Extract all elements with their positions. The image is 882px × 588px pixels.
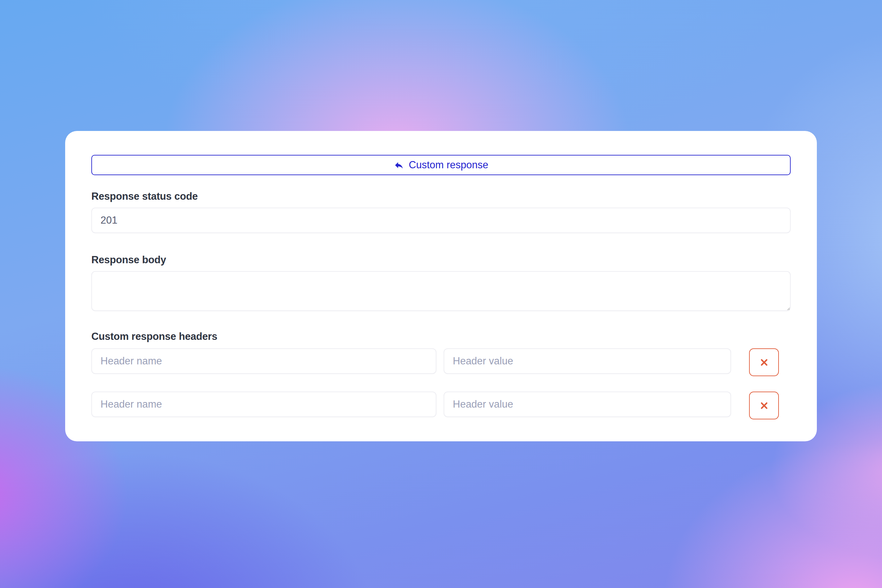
response-body-label: Response body <box>92 254 790 266</box>
x-icon <box>759 400 770 411</box>
custom-headers-label: Custom response headers <box>92 331 790 342</box>
status-code-label: Response status code <box>92 190 790 202</box>
x-icon <box>759 357 770 368</box>
header-name-input[interactable] <box>92 348 436 374</box>
reply-icon <box>394 160 404 170</box>
header-row <box>92 392 790 419</box>
header-value-input[interactable] <box>444 348 731 374</box>
response-body-textarea[interactable] <box>92 271 790 311</box>
header-value-input[interactable] <box>444 392 731 417</box>
remove-header-button[interactable] <box>749 392 779 419</box>
custom-response-button[interactable]: Custom response <box>92 155 790 175</box>
desktop-background: Custom response Response status code Res… <box>0 0 882 588</box>
custom-response-panel: Custom response Response status code Res… <box>65 131 817 441</box>
header-row <box>92 348 790 376</box>
custom-response-button-label: Custom response <box>409 159 489 171</box>
header-name-input[interactable] <box>92 392 436 417</box>
status-code-input[interactable] <box>92 208 790 233</box>
remove-header-button[interactable] <box>749 348 779 376</box>
